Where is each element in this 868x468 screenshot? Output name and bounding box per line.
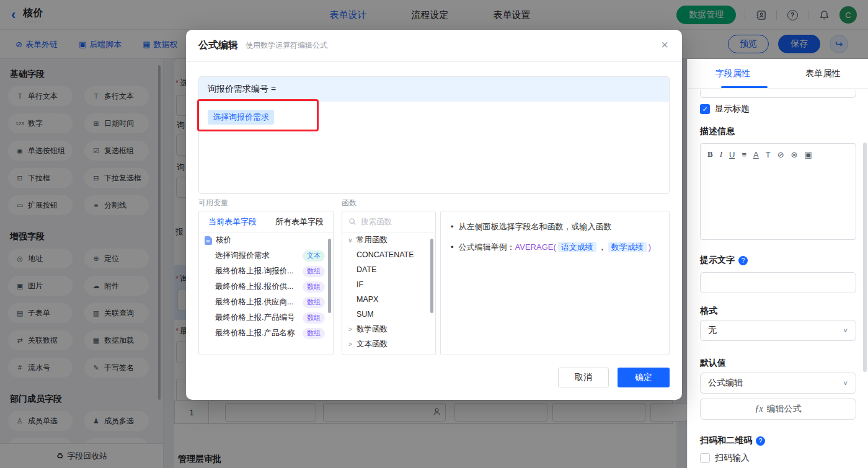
bullet: • bbox=[451, 241, 454, 254]
font-size-icon[interactable]: T bbox=[766, 150, 771, 159]
caret-right-icon: > bbox=[347, 326, 353, 333]
function-item-sum[interactable]: SUM bbox=[342, 307, 435, 322]
modal-subtitle: 使用数学运算符编辑公式 bbox=[246, 40, 327, 51]
active-tab-underline bbox=[721, 86, 768, 88]
function-name: MAPX bbox=[356, 295, 378, 304]
tip-example: 公式编辑举例：AVERAGE(语文成绩，数学成绩) bbox=[459, 241, 652, 254]
show-title-row: ✓ 显示标题 bbox=[700, 104, 750, 115]
tips-panel: • 从左侧面板选择字段名和函数，或输入函数 • 公式编辑举例：AVERAGE(语… bbox=[440, 211, 670, 355]
variable-item[interactable]: 最终价格上报.询报价...数组 bbox=[199, 263, 333, 279]
search-icon bbox=[348, 218, 356, 226]
chevron-down-icon: ∨ bbox=[843, 379, 848, 386]
variables-panel: 当前表单字段 所有表单字段 核价 选择询报价需求文本 最终价格上报.询报价...… bbox=[198, 211, 334, 355]
function-item-concatenate[interactable]: CONCATENATE bbox=[342, 247, 435, 262]
formula-field-chip[interactable]: 选择询报价需求 bbox=[208, 110, 274, 125]
check-icon: ✓ bbox=[702, 105, 707, 113]
example-function: AVERAGE( bbox=[515, 242, 556, 252]
scan-input-label: 扫码输入 bbox=[715, 453, 750, 464]
form-doc-icon bbox=[204, 236, 212, 245]
tip-line-1: • 从左侧面板选择字段名和函数，或输入函数 bbox=[451, 221, 659, 233]
cancel-button[interactable]: 取消 bbox=[558, 368, 609, 387]
hint-text-label: 提示文字 ? bbox=[700, 255, 748, 266]
scan-input-checkbox[interactable] bbox=[700, 453, 710, 463]
functions-label: 函数 bbox=[342, 198, 356, 208]
function-search bbox=[342, 211, 435, 232]
variable-item[interactable]: 最终价格上报.供应商...数组 bbox=[199, 294, 333, 310]
description-editor[interactable]: B I U ≡ A T ⊘ ⊗ ▣ bbox=[700, 143, 856, 240]
default-value-select[interactable]: 公式编辑 ∨ bbox=[700, 373, 856, 394]
variable-name: 选择询报价需求 bbox=[215, 250, 303, 261]
close-icon[interactable]: × bbox=[661, 38, 668, 51]
format-value: 无 bbox=[708, 325, 717, 336]
variables-tree-root[interactable]: 核价 bbox=[199, 232, 333, 248]
tips-content: • 从左侧面板选择字段名和函数，或输入函数 • 公式编辑举例：AVERAGE(语… bbox=[441, 211, 669, 270]
modal-header: 公式编辑 使用数学运算符编辑公式 × bbox=[186, 30, 682, 62]
tab-current-form-fields[interactable]: 当前表单字段 bbox=[199, 211, 266, 232]
variable-name: 最终价格上报.产品编号 bbox=[215, 312, 303, 323]
show-title-checkbox[interactable]: ✓ bbox=[700, 104, 710, 114]
panel-scrollbar[interactable] bbox=[863, 143, 867, 372]
function-search-input[interactable] bbox=[361, 218, 423, 226]
tab-form-properties[interactable]: 表单属性 bbox=[778, 59, 868, 88]
tab-all-form-fields[interactable]: 所有表单字段 bbox=[266, 211, 333, 232]
example-field-chip: 数学成绩 bbox=[608, 242, 647, 252]
variable-name: 最终价格上报.供应商... bbox=[215, 297, 303, 307]
image-icon[interactable]: ▣ bbox=[804, 150, 812, 159]
function-group-common[interactable]: ∨常用函数 bbox=[342, 232, 435, 247]
scan-input-row: 扫码输入 bbox=[700, 453, 750, 464]
scan-help-icon[interactable]: ? bbox=[756, 436, 765, 446]
variables-tabs: 当前表单字段 所有表单字段 bbox=[199, 211, 333, 232]
function-item-mapx[interactable]: MAPX bbox=[342, 292, 435, 307]
example-comma: ， bbox=[598, 242, 606, 252]
edit-formula-button[interactable]: ƒx 编辑公式 bbox=[700, 399, 856, 420]
tab-field-properties[interactable]: 字段属性 bbox=[688, 59, 778, 88]
unlink-icon[interactable]: ⊗ bbox=[791, 150, 798, 159]
hint-help-icon[interactable]: ? bbox=[738, 256, 748, 265]
variable-item[interactable]: 最终价格上报.产品名称数组 bbox=[199, 325, 333, 341]
function-item-if[interactable]: IF bbox=[342, 277, 435, 292]
example-prefix: 公式编辑举例： bbox=[459, 242, 515, 252]
hint-text-input[interactable] bbox=[700, 272, 856, 293]
caret-right-icon: > bbox=[347, 341, 353, 348]
rich-text-toolbar: B I U ≡ A T ⊘ ⊗ ▣ bbox=[701, 144, 856, 165]
scan-qrcode-label: 扫码和二维码 ? bbox=[700, 435, 765, 446]
type-badge: 数组 bbox=[303, 266, 325, 277]
function-name: SUM bbox=[356, 310, 374, 319]
edit-formula-label: 编辑公式 bbox=[767, 404, 802, 415]
default-value-label: 默认值 bbox=[700, 358, 726, 369]
default-value: 公式编辑 bbox=[708, 377, 743, 389]
formula-edit-modal: 公式编辑 使用数学运算符编辑公式 × 询报价需求编号 = 选择询报价需求 可用变… bbox=[186, 30, 682, 400]
functions-scrollbar[interactable] bbox=[430, 239, 433, 313]
fx-icon: ƒx bbox=[755, 404, 763, 414]
variable-item[interactable]: 选择询报价需求文本 bbox=[199, 248, 333, 263]
link-icon[interactable]: ⊘ bbox=[777, 150, 784, 159]
truncated-input-fragment[interactable] bbox=[700, 90, 856, 98]
function-name: CONCATENATE bbox=[356, 250, 414, 259]
tip-text: 从左侧面板选择字段名和函数，或输入函数 bbox=[459, 221, 612, 233]
variable-item[interactable]: 最终价格上报.产品编号数组 bbox=[199, 310, 333, 325]
underline-icon[interactable]: U bbox=[729, 150, 735, 159]
chevron-down-icon: ∨ bbox=[843, 327, 848, 333]
variable-item[interactable]: 最终价格上报.报价供...数组 bbox=[199, 279, 333, 294]
formula-editor[interactable]: 选择询报价需求 bbox=[199, 102, 669, 193]
function-group-math[interactable]: >数学函数 bbox=[342, 322, 435, 337]
format-label: 格式 bbox=[700, 306, 717, 317]
tip-line-2: • 公式编辑举例：AVERAGE(语文成绩，数学成绩) bbox=[451, 241, 659, 254]
confirm-button[interactable]: 确定 bbox=[618, 368, 670, 387]
variables-label: 可用变量 bbox=[198, 198, 228, 208]
italic-icon[interactable]: I bbox=[720, 149, 722, 159]
variable-name: 最终价格上报.询报价... bbox=[215, 266, 303, 276]
caret-down-icon: ∨ bbox=[347, 237, 353, 244]
format-select[interactable]: 无 ∨ bbox=[700, 320, 856, 341]
align-icon[interactable]: ≡ bbox=[742, 150, 746, 159]
font-color-icon[interactable]: A bbox=[753, 150, 759, 159]
function-item-date[interactable]: DATE bbox=[342, 262, 435, 277]
bold-icon[interactable]: B bbox=[707, 149, 713, 159]
group-label: 文本函数 bbox=[356, 339, 388, 350]
function-group-text[interactable]: >文本函数 bbox=[342, 337, 435, 351]
type-badge: 数组 bbox=[303, 297, 325, 308]
bullet: • bbox=[451, 221, 454, 233]
variables-scrollbar[interactable] bbox=[328, 239, 331, 313]
formula-block: 询报价需求编号 = 选择询报价需求 bbox=[198, 76, 670, 194]
modal-footer: 取消 确定 bbox=[558, 368, 670, 387]
